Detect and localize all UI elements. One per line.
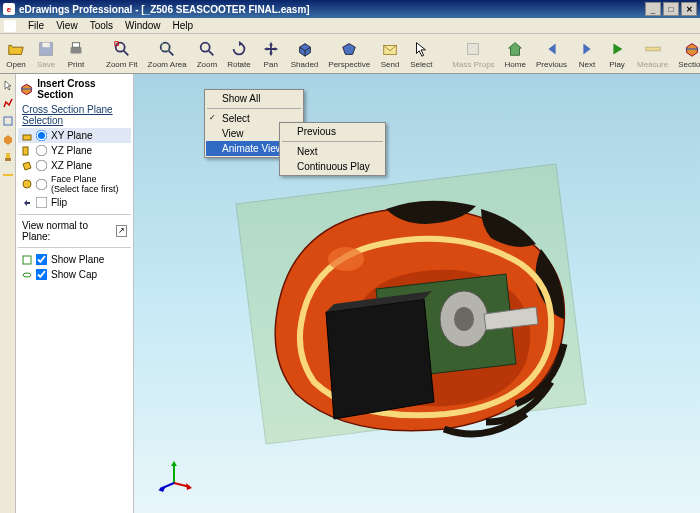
viewnormal-button[interactable]: ↗ <box>116 225 127 237</box>
minimize-button[interactable]: _ <box>645 2 661 16</box>
face-radio-input[interactable] <box>36 178 48 190</box>
select-button[interactable]: Select <box>408 38 434 70</box>
svg-point-30 <box>328 247 364 271</box>
lt-stamp-icon[interactable] <box>1 150 15 164</box>
svg-rect-22 <box>21 88 32 90</box>
svg-point-4 <box>115 42 124 51</box>
showcap-checkbox[interactable]: Show Cap <box>18 267 131 282</box>
save-button[interactable]: Save <box>34 38 58 70</box>
ctx-continuous[interactable]: Continuous Play <box>281 159 384 174</box>
ctx-next[interactable]: Next <box>281 144 384 159</box>
menu-view[interactable]: View <box>50 20 84 31</box>
showcap-check-input[interactable] <box>36 269 48 281</box>
lt-move-icon[interactable] <box>1 114 15 128</box>
perspective-icon <box>339 39 359 59</box>
ctx-showall[interactable]: Show All <box>206 91 302 106</box>
face-plane-radio[interactable]: Face Plane (Select face first) <box>18 173 131 195</box>
menu-tools[interactable]: Tools <box>84 20 119 31</box>
panel-title: Insert Cross Section <box>37 78 129 100</box>
zoomfit-icon <box>112 39 132 59</box>
section-button[interactable]: Section <box>676 38 700 70</box>
xz-plane-radio[interactable]: XZ Plane <box>18 158 131 173</box>
showplane-check-input[interactable] <box>36 254 48 266</box>
rotate-button[interactable]: Rotate <box>225 38 253 70</box>
yz-plane-radio[interactable]: YZ Plane <box>18 143 131 158</box>
svg-point-27 <box>23 273 31 277</box>
menu-window[interactable]: Window <box>119 20 167 31</box>
xy-icon <box>22 131 32 141</box>
print-icon <box>66 39 86 59</box>
svg-rect-15 <box>685 48 698 50</box>
svg-line-8 <box>169 50 174 55</box>
maximize-button[interactable]: □ <box>663 2 679 16</box>
zoomarea-button[interactable]: Zoom Area <box>146 38 189 70</box>
svg-line-11 <box>209 50 214 55</box>
svg-rect-23 <box>23 135 31 140</box>
perspective-button[interactable]: Perspective <box>326 38 372 70</box>
showcap-icon <box>22 270 32 280</box>
menu-help[interactable]: Help <box>167 20 200 31</box>
svg-rect-18 <box>4 117 12 125</box>
face-icon <box>22 179 32 189</box>
flip-icon <box>22 198 32 208</box>
ctx-previous[interactable]: Previous <box>281 124 384 139</box>
section-panel-icon <box>20 82 33 96</box>
play-button[interactable]: Play <box>605 38 629 70</box>
svg-rect-24 <box>23 147 28 155</box>
send-button[interactable]: Send <box>378 38 402 70</box>
select-icon <box>411 39 431 59</box>
svg-rect-1 <box>42 42 49 47</box>
axis-triad <box>154 453 194 493</box>
lt-markup-icon[interactable] <box>1 96 15 110</box>
showplane-checkbox[interactable]: Show Plane <box>18 252 131 267</box>
yz-radio-input[interactable] <box>36 145 48 157</box>
viewnormal-row: View normal to Plane: ↗ <box>18 219 131 243</box>
svg-rect-26 <box>23 256 31 264</box>
massprops-button[interactable]: Mass Props <box>450 38 496 70</box>
title-bar: e eDrawings Professional - [_Z506 SEASCO… <box>0 0 700 18</box>
previous-button[interactable]: Previous <box>534 38 569 70</box>
3d-viewport[interactable]: Show All ✓Select View▸ Animate Views▸ Pr… <box>134 74 700 513</box>
menu-file[interactable]: File <box>22 20 50 31</box>
svg-rect-13 <box>468 43 479 54</box>
flip-checkbox[interactable]: Flip <box>18 195 131 210</box>
svg-point-25 <box>23 180 31 188</box>
xy-radio-input[interactable] <box>36 130 48 142</box>
send-icon <box>380 39 400 59</box>
svg-line-5 <box>124 50 129 55</box>
svg-rect-14 <box>645 47 659 51</box>
cross-section-panel: Insert Cross Section Cross Section Plane… <box>16 74 134 513</box>
close-button[interactable]: ✕ <box>681 2 697 16</box>
xz-radio-input[interactable] <box>36 160 48 172</box>
zoomarea-icon <box>157 39 177 59</box>
zoom-button[interactable]: Zoom <box>195 38 219 70</box>
next-icon <box>577 39 597 59</box>
lt-measure-icon[interactable] <box>1 168 15 182</box>
left-toolbar <box>0 74 16 513</box>
svg-point-29 <box>454 307 474 331</box>
shaded-button[interactable]: Shaded <box>289 38 321 70</box>
rotate-icon <box>229 39 249 59</box>
context-menu-sub: Previous Next Continuous Play <box>279 122 386 176</box>
svg-rect-9 <box>162 43 169 50</box>
previous-icon <box>542 39 562 59</box>
pan-button[interactable]: Pan <box>259 38 283 70</box>
print-button[interactable]: Print <box>64 38 88 70</box>
xy-plane-radio[interactable]: XY Plane <box>18 128 131 143</box>
next-button[interactable]: Next <box>575 38 599 70</box>
measure-button[interactable]: Measure <box>635 38 670 70</box>
home-button[interactable]: Home <box>503 38 528 70</box>
zoom-icon <box>197 39 217 59</box>
3d-model <box>206 144 606 464</box>
menu-bar: File View Tools Window Help <box>0 18 700 34</box>
shaded-icon <box>295 39 315 59</box>
zoomfit-button[interactable]: Zoom Fit <box>104 38 140 70</box>
home-icon <box>505 39 525 59</box>
doc-icon <box>4 20 16 32</box>
open-button[interactable]: Open <box>4 38 28 70</box>
flip-check-input[interactable] <box>36 197 48 209</box>
lt-section-icon[interactable] <box>1 132 15 146</box>
yz-icon <box>22 146 32 156</box>
lt-select-icon[interactable] <box>1 78 15 92</box>
svg-rect-2 <box>71 47 82 53</box>
